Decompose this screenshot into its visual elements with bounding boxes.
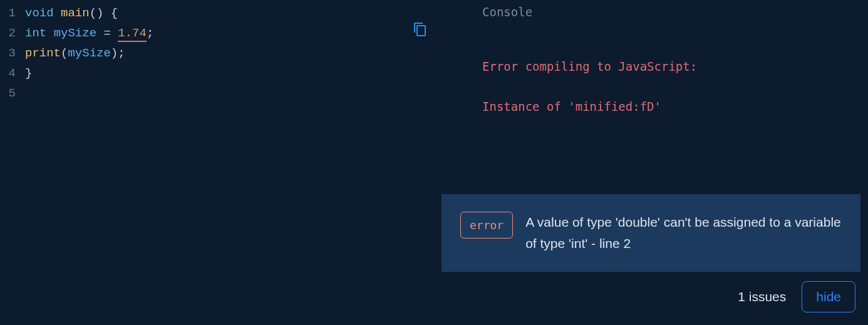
code-token: ): [111, 46, 118, 60]
code-token: [54, 6, 61, 20]
code-token: [96, 26, 103, 40]
code-token: }: [25, 66, 32, 80]
console-pane: Console Error compiling to JavaScript: I…: [438, 0, 868, 325]
code-line[interactable]: 3print(mySize);: [0, 43, 438, 63]
code-token: mySize: [54, 26, 96, 40]
code-token: print: [25, 46, 61, 60]
code-line[interactable]: 4}: [0, 63, 438, 83]
line-number: 4: [0, 63, 25, 83]
code-token: =: [103, 26, 110, 40]
code-editor[interactable]: 1void main() {2int mySize = 1.74;3print(…: [0, 0, 438, 325]
code-token: (: [61, 46, 68, 60]
code-token: main: [61, 6, 90, 20]
issues-footer: 1 issues hide: [738, 281, 855, 312]
console-title: Console: [482, 5, 868, 19]
code-token: void: [25, 6, 54, 20]
code-token: mySize: [68, 46, 110, 60]
console-line: Error compiling to JavaScript:: [482, 56, 868, 76]
line-number: 5: [0, 83, 25, 103]
code-token: ;: [118, 46, 125, 60]
issues-count: 1 issues: [738, 289, 786, 304]
code-body[interactable]: 1void main() {2int mySize = 1.74;3print(…: [0, 3, 438, 103]
code-token: ;: [147, 26, 153, 40]
code-line[interactable]: 2int mySize = 1.74;: [0, 23, 438, 43]
line-content[interactable]: void main() {: [25, 3, 118, 23]
line-content[interactable]: int mySize = 1.74;: [25, 23, 153, 43]
hide-button[interactable]: hide: [802, 281, 855, 312]
code-token: {: [111, 6, 118, 20]
code-token: 1.74: [118, 26, 147, 42]
code-token: [46, 26, 53, 40]
line-number: 3: [0, 43, 25, 63]
code-token: int: [25, 26, 46, 40]
code-token: [111, 26, 118, 40]
line-number: 2: [0, 23, 25, 43]
console-output: Error compiling to JavaScript: Instance …: [482, 36, 868, 137]
line-number: 1: [0, 3, 25, 23]
line-content[interactable]: }: [25, 63, 32, 83]
issues-panel: error A value of type 'double' can't be …: [442, 194, 860, 272]
copy-button[interactable]: [411, 22, 429, 39]
line-content[interactable]: print(mySize);: [25, 43, 125, 63]
error-badge: error: [460, 212, 513, 239]
copy-icon: [413, 22, 428, 40]
console-line: Instance of 'minified:fD': [482, 96, 868, 116]
error-message: A value of type 'double' can't be assign…: [525, 212, 842, 254]
code-line[interactable]: 5: [0, 83, 438, 103]
code-token: (): [90, 6, 104, 20]
code-token: [103, 6, 110, 20]
code-line[interactable]: 1void main() {: [0, 3, 438, 23]
